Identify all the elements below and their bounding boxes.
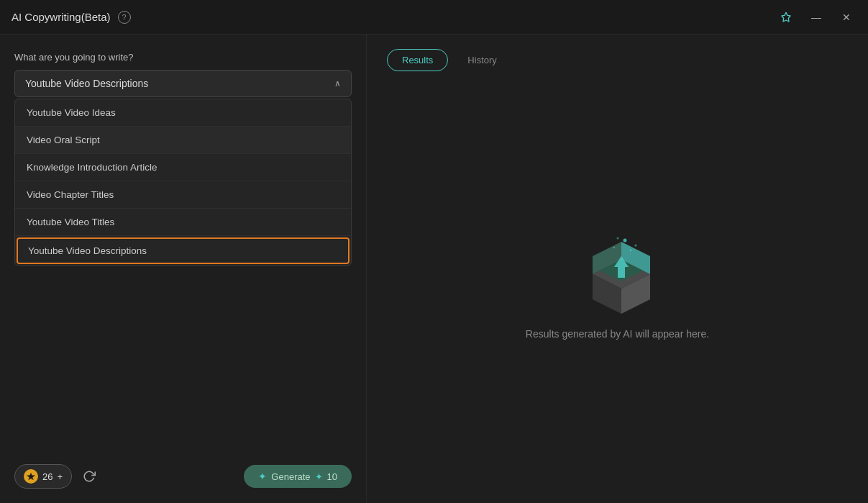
help-icon[interactable]: ? bbox=[118, 11, 131, 24]
generate-label: Generate bbox=[271, 471, 310, 482]
dropdown-menu: Youtube Video Ideas Video Oral Script Kn… bbox=[14, 99, 352, 266]
svg-point-10 bbox=[630, 250, 631, 251]
minimize-button[interactable]: — bbox=[806, 7, 826, 27]
title-bar-right: — ✕ bbox=[776, 7, 856, 27]
dropdown-item-video-chapter-titles[interactable]: Video Chapter Titles bbox=[15, 181, 351, 209]
dropdown-item-youtube-video-ideas[interactable]: Youtube Video Ideas bbox=[15, 99, 351, 127]
svg-point-9 bbox=[616, 237, 618, 240]
empty-state: Results generated by AI will appear here… bbox=[387, 86, 848, 489]
right-panel: Results History bbox=[367, 35, 868, 503]
tab-history[interactable]: History bbox=[452, 49, 511, 71]
svg-point-7 bbox=[623, 239, 626, 243]
credits-count: 26 bbox=[42, 471, 52, 482]
dropdown-item-video-oral-script[interactable]: Video Oral Script bbox=[15, 127, 351, 154]
tabs: Results History bbox=[387, 49, 848, 71]
empty-state-text: Results generated by AI will appear here… bbox=[526, 328, 709, 340]
dropdown-wrapper: Youtube Video Descriptions ∧ Youtube Vid… bbox=[14, 70, 352, 97]
generate-icon: ✦ bbox=[258, 471, 267, 482]
generate-icon2: ✦ bbox=[315, 471, 323, 482]
app-title: AI Copywriting(Beta) bbox=[12, 11, 111, 23]
dropdown-item-youtube-video-titles[interactable]: Youtube Video Titles bbox=[15, 209, 351, 236]
title-bar: AI Copywriting(Beta) ? — ✕ bbox=[0, 0, 868, 35]
dropdown-item-knowledge-intro[interactable]: Knowledge Introduction Article bbox=[15, 154, 351, 181]
dropdown-selected-text: Youtube Video Descriptions bbox=[25, 78, 148, 89]
left-panel: What are you going to write? Youtube Vid… bbox=[0, 35, 367, 503]
credits-button[interactable]: 26 + bbox=[14, 464, 72, 489]
credits-icon bbox=[24, 469, 38, 484]
svg-point-11 bbox=[613, 247, 615, 248]
generate-cost: 10 bbox=[327, 471, 337, 482]
refresh-button[interactable] bbox=[79, 466, 99, 486]
dropdown-selected[interactable]: Youtube Video Descriptions ∧ bbox=[14, 70, 352, 97]
empty-illustration bbox=[575, 235, 661, 314]
dropdown-arrow-icon: ∧ bbox=[334, 78, 341, 89]
write-label: What are you going to write? bbox=[14, 52, 352, 63]
credits-plus: + bbox=[57, 471, 63, 482]
close-button[interactable]: ✕ bbox=[836, 7, 856, 27]
main-content: What are you going to write? Youtube Vid… bbox=[0, 35, 868, 503]
title-bar-left: AI Copywriting(Beta) ? bbox=[12, 11, 131, 24]
generate-button[interactable]: ✦ Generate ✦ 10 bbox=[244, 465, 352, 488]
bottom-bar: 26 + ✦ Generate ✦ 10 bbox=[14, 464, 352, 489]
tab-results[interactable]: Results bbox=[387, 49, 448, 71]
dropdown-item-youtube-video-descriptions[interactable]: Youtube Video Descriptions bbox=[17, 237, 350, 264]
svg-marker-0 bbox=[27, 473, 35, 481]
pin-button[interactable] bbox=[776, 7, 796, 27]
svg-point-8 bbox=[634, 245, 636, 247]
